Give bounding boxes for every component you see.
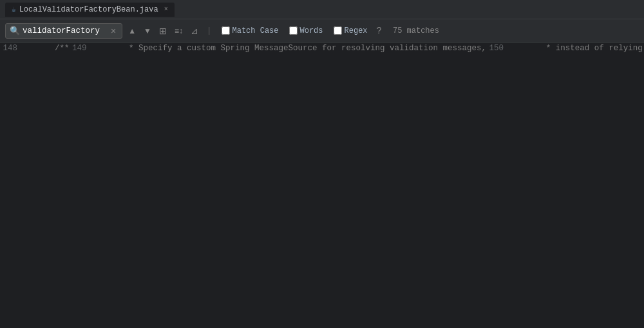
- line-number: 150: [486, 43, 509, 328]
- match-case-label: Match Case: [232, 26, 279, 35]
- table-row: 149 * Specify a custom Spring MessageSou…: [70, 43, 487, 328]
- search-bar: 🔍 × ▲ ▼ ⊞ ≡↕ ⊿ | Match Case Words Regex …: [0, 19, 644, 43]
- title-bar: ☕ LocalValidatorFactoryBean.java ×: [0, 0, 644, 19]
- line-number: 149: [70, 43, 92, 328]
- nav-prev-button[interactable]: ▲: [126, 26, 138, 36]
- file-tab[interactable]: ☕ LocalValidatorFactoryBean.java ×: [5, 3, 175, 17]
- code-cell: * Specify a custom Spring MessageSource …: [105, 43, 487, 328]
- search-icon: 🔍: [10, 26, 20, 36]
- words-option[interactable]: Words: [286, 25, 327, 37]
- clear-search-button[interactable]: ×: [109, 25, 118, 37]
- close-tab-icon[interactable]: ×: [164, 6, 168, 13]
- words-checkbox[interactable]: [289, 26, 298, 35]
- regex-option[interactable]: Regex: [330, 25, 371, 37]
- match-count: 75 matches: [393, 26, 439, 35]
- nav-next-button[interactable]: ▼: [142, 26, 153, 36]
- match-case-option[interactable]: Match Case: [218, 25, 282, 37]
- table-row: 148 /**: [0, 43, 70, 328]
- search-input-wrapper: 🔍 ×: [5, 23, 122, 39]
- tab-label: LocalValidatorFactoryBean.java: [19, 5, 158, 14]
- code-cell: /**: [35, 43, 70, 328]
- regex-checkbox[interactable]: [334, 26, 342, 35]
- gutter-cell: [92, 43, 105, 328]
- code-cell: * instead of relying on JSR-303's defaul…: [522, 43, 644, 328]
- gutter-cell: [509, 43, 522, 328]
- regex-label: Regex: [345, 26, 368, 35]
- line-number: 148: [0, 43, 23, 328]
- filter-lines-button[interactable]: ≡↕: [173, 26, 185, 36]
- code-area: 148 /**149 * Specify a custom Spring Mes…: [0, 43, 644, 328]
- table-row: 150 * instead of relying on JSR-303's de…: [486, 43, 644, 328]
- match-case-checkbox[interactable]: [222, 26, 230, 35]
- words-label: Words: [300, 26, 323, 35]
- gutter-cell: [23, 43, 35, 328]
- filter-button[interactable]: ⊿: [189, 25, 200, 37]
- help-button[interactable]: ?: [375, 25, 384, 37]
- java-file-icon: ☕: [12, 5, 16, 14]
- expand-button[interactable]: ⊞: [157, 25, 169, 37]
- search-input[interactable]: [23, 26, 106, 35]
